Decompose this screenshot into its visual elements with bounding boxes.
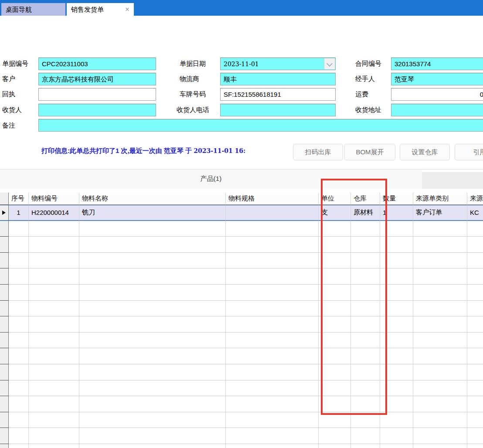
grid-cell[interactable] [413,237,467,253]
grid-cell[interactable] [467,221,483,237]
grid-cell[interactable] [29,301,79,317]
grid-cell[interactable] [351,333,380,349]
grid-cell[interactable] [351,444,380,448]
grid-cell[interactable] [351,301,380,317]
row-indicator[interactable] [0,412,9,428]
grid-cell[interactable] [29,380,79,397]
grid-cell[interactable] [351,237,380,253]
row-indicator[interactable] [0,364,9,380]
grid-cell[interactable] [351,428,380,444]
grid-cell[interactable] [29,221,79,237]
grid-cell[interactable] [319,428,351,444]
grid-cell[interactable] [380,380,413,397]
grid-cell[interactable] [413,380,467,397]
grid-cell[interactable] [413,412,467,428]
grid-cell[interactable] [9,268,29,285]
consignee-phone-field[interactable] [220,104,336,116]
remark-field[interactable] [38,119,483,132]
row-indicator[interactable] [0,444,9,448]
row-indicator[interactable] [0,237,9,253]
grid-cell[interactable] [467,333,483,349]
table-row-empty[interactable] [0,268,483,285]
grid-header-7[interactable]: 来源单类别 [413,193,467,205]
grid-cell[interactable] [29,285,79,301]
grid-cell[interactable] [319,444,351,448]
grid-cell[interactable] [380,364,413,380]
grid-cell[interactable] [319,285,351,301]
grid-cell[interactable] [29,333,79,349]
grid-cell[interactable] [319,364,351,380]
grid-header-5[interactable]: 仓库 [351,193,380,205]
grid-cell[interactable] [380,316,413,333]
table-row-empty[interactable] [0,301,483,317]
grid-cell[interactable] [9,412,29,428]
grid-cell[interactable] [79,221,226,237]
grid-cell[interactable] [413,285,467,301]
grid-cell[interactable] [79,348,226,364]
grid-cell[interactable] [467,396,483,412]
grid-cell[interactable] [79,268,226,285]
scan-out-button[interactable]: 扫码出库 [293,144,343,160]
grid-cell[interactable] [413,316,467,333]
grid-cell[interactable] [467,316,483,333]
grid-header-0[interactable]: 序号 [9,193,29,205]
grid-cell[interactable] [29,237,79,253]
grid-cell[interactable] [79,412,226,428]
grid-cell[interactable] [226,301,319,317]
table-row-empty[interactable] [0,396,483,412]
grid-cell[interactable] [380,348,413,364]
grid-cell[interactable] [226,285,319,301]
grid-cell[interactable] [79,444,226,448]
grid-cell[interactable] [351,364,380,380]
tab-sales-delivery[interactable]: 销售发货单 × [67,3,134,16]
grid-cell[interactable] [226,221,319,237]
grid-cell[interactable] [413,253,467,269]
grid-cell[interactable] [413,396,467,412]
close-icon[interactable]: × [125,3,129,16]
row-indicator[interactable] [0,268,9,285]
plate-no-field[interactable]: SF:1521558618191 [220,88,336,101]
set-warehouse-button[interactable]: 设置仓库 [400,144,450,160]
grid-cell[interactable] [467,428,483,444]
grid-cell[interactable]: 客户订单 [413,205,467,221]
row-indicator[interactable] [0,380,9,397]
grid-cell[interactable] [9,253,29,269]
grid-cell[interactable] [79,396,226,412]
grid-cell[interactable] [79,301,226,317]
grid-cell[interactable] [226,364,319,380]
grid-cell[interactable] [9,348,29,364]
grid-cell[interactable] [29,444,79,448]
grid-cell[interactable] [79,364,226,380]
grid-cell[interactable]: 1 [380,205,413,221]
row-indicator[interactable] [0,285,9,301]
table-row-empty[interactable] [0,285,483,301]
grid-cell[interactable]: 原材料 [351,205,380,221]
grid-header-3[interactable]: 物料规格 [226,193,319,205]
bom-expand-button[interactable]: BOM展开 [344,144,395,160]
grid-cell[interactable] [29,268,79,285]
grid-cell[interactable]: KC [467,205,483,221]
row-indicator[interactable] [0,428,9,444]
grid-cell[interactable] [380,333,413,349]
grid-cell[interactable] [467,237,483,253]
grid-cell[interactable] [29,364,79,380]
grid-cell[interactable] [380,268,413,285]
grid-cell[interactable] [380,444,413,448]
table-row-empty[interactable] [0,316,483,333]
grid-cell[interactable] [467,268,483,285]
grid-cell[interactable] [319,316,351,333]
grid-cell[interactable] [226,333,319,349]
receipt-field[interactable] [38,88,156,101]
grid-cell[interactable] [9,237,29,253]
grid-cell[interactable]: 1 [9,205,29,221]
grid-cell[interactable] [79,285,226,301]
grid-cell[interactable] [380,253,413,269]
handler-field[interactable]: 范亚琴 [391,73,483,85]
grid-cell[interactable] [226,205,319,221]
grid-header-8[interactable]: 来源单号 [467,193,483,205]
grid-cell[interactable] [319,268,351,285]
grid-cell[interactable] [380,396,413,412]
grid-cell[interactable] [319,348,351,364]
grid-cell[interactable] [9,316,29,333]
grid-cell[interactable]: 铣刀 [79,205,226,221]
